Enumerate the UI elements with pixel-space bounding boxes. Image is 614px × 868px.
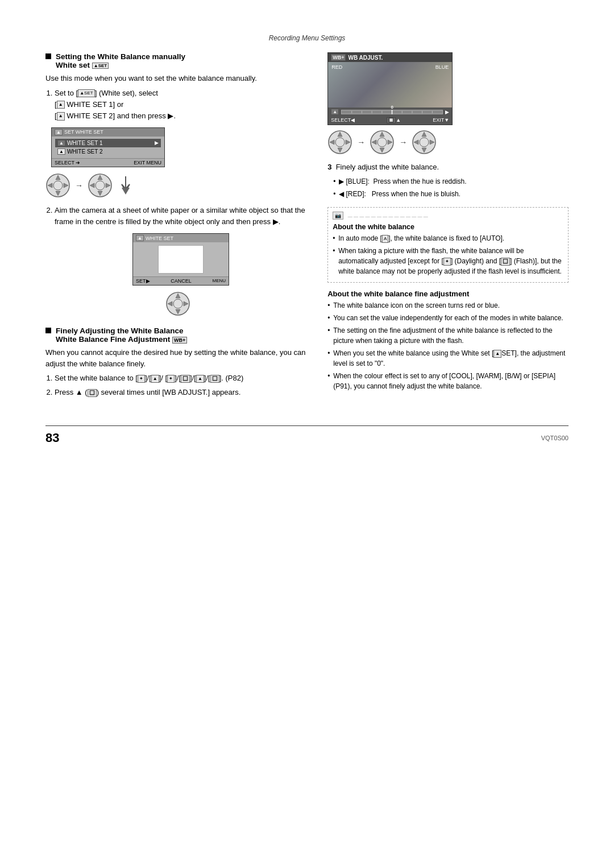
wb-img-labels: RED BLUE (328, 64, 452, 70)
fine-item2: You can set the value independently for … (327, 313, 569, 323)
ws2-row-icon: ▲ (57, 148, 65, 155)
step3-text: 3 Finely adjust the white balance. (327, 162, 569, 173)
wb-scale-ticks (342, 110, 442, 114)
wb-footer: SELECT◀ 🔲▲ EXIT▼ (328, 116, 452, 125)
cam1-body: ▲ WHITE SET 1 ▶ ▲ WHITE SET 2 (52, 137, 164, 158)
wb-scale-center: 0 (391, 105, 393, 110)
section2-marker (45, 328, 51, 333)
section2-description: When you cannot acquire the desired hue … (45, 347, 310, 369)
cam-screen2-container: ▲ WHITE SET SET▶ CANCEL MENU (51, 233, 310, 286)
note-wb-list: In auto mode [A], the white balance is f… (333, 233, 563, 276)
note-wb: 📷 — — — — — — — — — — — — — — About the … (327, 207, 569, 283)
cs2-header: ▲ WHITE SET (133, 234, 229, 242)
cam-screen1: ▲ SET WHITE SET ▲ WHITE SET 1 ▶ ▲ WHITE … (51, 127, 165, 167)
wb-footer-select: SELECT◀ (331, 117, 355, 123)
set-icon: ▲SET (78, 89, 94, 97)
dpad5 (370, 130, 395, 155)
dpad6 (412, 130, 437, 155)
right-column: WB+ WB ADJUST. RED BLUE ▲ (327, 52, 569, 403)
cs2-footer: SET▶ CANCEL MENU (133, 276, 229, 285)
step3-bullet2: ◀ [RED]: Press when the hue is bluish. (333, 189, 569, 199)
wb-image-area: RED BLUE (328, 62, 452, 108)
section2: Finely Adjusting the White Balance White… (45, 326, 310, 398)
wb-footer-exit: EXIT▼ (433, 117, 449, 123)
down-arrow-svg (117, 175, 134, 196)
note-fine: About the white balance fine adjustment … (327, 290, 569, 391)
wb-scale-bar: 0 (341, 110, 443, 114)
ws1-row-icon: ▲ (57, 140, 65, 146)
note-wb-title: About the white balance (333, 223, 563, 231)
page-number: 83 (45, 431, 59, 445)
dpad-area3: → → (327, 130, 569, 155)
section1-title: Setting the White Balance manually White… (45, 52, 310, 69)
section1-title-text: Setting the White Balance manually White… (56, 52, 185, 69)
svg-point-18 (173, 299, 182, 308)
section2-step2: Press ▲ (🔲) several times until [WB ADJU… (55, 387, 310, 398)
section2-title: Finely Adjusting the White Balance White… (45, 326, 310, 344)
wbplus-icon: WB+ (172, 337, 187, 344)
step1: Set to [▲SET] (White set), select [▲ WHI… (55, 88, 310, 122)
step3-bullets: ▶ [BLUE]: Press when the hue is reddish.… (333, 176, 569, 199)
svg-marker-12 (122, 188, 130, 195)
cam1-header-icon: ▲ (55, 129, 63, 135)
wb-header: WB+ WB ADJUST. (328, 53, 452, 62)
section1-steps: Set to [▲SET] (White set), select [▲ WHI… (55, 88, 310, 122)
section2-step1: Set the white balance to [✦]/[▲]/ [✦]/[🔲… (55, 373, 310, 384)
step3-bullet1: ▶ [BLUE]: Press when the hue is reddish. (333, 176, 569, 187)
svg-point-11 (96, 181, 105, 190)
cam-screen1-container: ▲ SET WHITE SET ▲ WHITE SET 1 ▶ ▲ WHITE … (51, 127, 310, 167)
dpad3 (165, 291, 190, 316)
page-footer: 83 VQT0S00 (45, 425, 569, 445)
note-wb-box: 📷 — — — — — — — — — — — — — — About the … (327, 207, 569, 283)
svg-point-33 (335, 138, 345, 147)
arrow-right4: → (399, 138, 407, 147)
dpad-area1: → (45, 173, 310, 198)
cancel-label: CANCEL (171, 278, 192, 284)
step2-list: Aim the camera at a sheet of white paper… (55, 205, 310, 228)
note-icon: 📷 (333, 212, 343, 220)
note-wb-item2: When taking a picture with the flash, th… (333, 246, 563, 276)
wb-scale-arrow: ▶ (445, 109, 449, 115)
section2-steps: Set the white balance to [✦]/[▲]/ [✦]/[🔲… (55, 373, 310, 398)
svg-point-39 (377, 138, 387, 147)
note-wb-item1: In auto mode [A], the white balance is f… (333, 233, 563, 243)
fine-item5: When the colour effect is set to any of … (327, 371, 569, 391)
fine-item1: The white balance icon on the screen tur… (327, 300, 569, 311)
main-content: Setting the White Balance manually White… (45, 52, 569, 403)
cam-screen2: ▲ WHITE SET SET▶ CANCEL MENU (132, 233, 229, 286)
wb-scale-row: ▲ 0 ▶ (328, 108, 452, 116)
cam1-row1: ▲ WHITE SET 1 ▶ (55, 139, 161, 147)
dpad1 (45, 173, 70, 198)
wb-footer-mid: 🔲▲ (387, 117, 401, 123)
svg-point-5 (53, 181, 63, 190)
cam1-row1-arrow: ▶ (155, 140, 159, 146)
dpad2 (88, 173, 113, 198)
cam1-footer: SELECT ➜ EXIT MENU (52, 158, 164, 167)
whiteset-icon: ▲SET (92, 63, 109, 69)
wb-screen: WB+ WB ADJUST. RED BLUE ▲ (327, 52, 453, 125)
cam1-row2: ▲ WHITE SET 2 (55, 147, 161, 156)
arrow-right3: → (357, 138, 365, 147)
step2: Aim the camera at a sheet of white paper… (55, 205, 310, 228)
fine-item4: When you set the white balance using the… (327, 348, 569, 369)
ws1-icon: ▲ (57, 101, 65, 109)
note-fine-list: The white balance icon on the screen tur… (327, 300, 569, 391)
down-arrow-wrap (117, 175, 134, 196)
dpad4 (327, 130, 352, 155)
left-column: Setting the White Balance manually White… (45, 52, 310, 403)
section-marker (45, 53, 51, 59)
note-fine-title: About the white balance fine adjustment (327, 290, 569, 298)
dpad-area2 (45, 291, 310, 316)
arrow-right1: → (75, 181, 83, 190)
white-object-area (158, 245, 204, 274)
page-header: Recording Menu Settings (45, 34, 569, 42)
section1-description: Use this mode when you want to set the w… (45, 73, 310, 84)
svg-point-45 (420, 138, 429, 147)
header-title: Recording Menu Settings (269, 34, 346, 42)
cam1-header: ▲ SET WHITE SET (52, 128, 164, 137)
wb-scale-icon: ▲ (331, 109, 339, 115)
cs2-header-icon: ▲ (136, 235, 144, 241)
wb-header-icon: WB+ (331, 54, 346, 61)
model-number: VQT0S00 (541, 435, 569, 441)
ws2-icon: ▲ (57, 112, 65, 120)
